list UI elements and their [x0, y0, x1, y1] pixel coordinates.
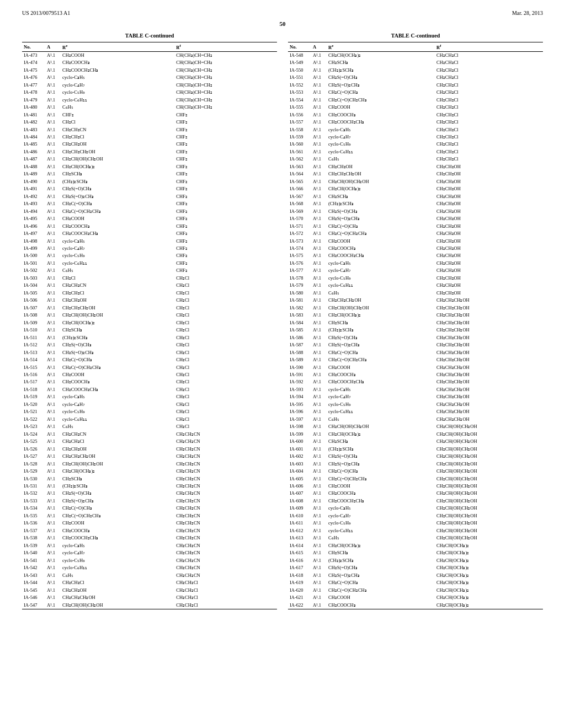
cell-re: CH₂C(=O)CH₂CH₃	[327, 356, 435, 363]
cell-rf: CHF₂	[174, 185, 277, 192]
cell-re: CH₂C(=O)CH₃	[327, 468, 435, 475]
cell-no: IA-487	[22, 156, 45, 163]
cell-a: A¹.1	[45, 275, 61, 282]
table-row: IA-545A¹.1CH₂CH₂OHCH₂CH₂Cl	[22, 587, 277, 594]
cell-a: A¹.1	[45, 572, 61, 579]
cell-re: CH₂COOCH₃	[61, 59, 174, 66]
cell-a: A¹.1	[45, 542, 61, 549]
cell-rf: CH₂CH₂Cl	[435, 67, 543, 74]
cell-rf: CH₂CH₂OH	[435, 215, 543, 222]
cell-a: A¹.1	[311, 453, 327, 460]
cell-no: IA-622	[288, 602, 311, 609]
cell-no: IA-484	[22, 133, 45, 141]
cell-no: IA-587	[288, 341, 311, 349]
cell-no: IA-580	[288, 290, 311, 297]
table-row: IA-587A¹.1CH₂S(=O)₂CH₃CH₂CH₂CH₂OH	[288, 341, 543, 349]
cell-rf: CH₂Cl	[174, 282, 277, 289]
cell-rf: CH₂Cl	[174, 364, 277, 371]
table-row: IA-539A¹.1cyclo-C₃H₅CH₂CH₂CN	[22, 542, 277, 549]
cell-re: CH₂SCH₃	[327, 59, 435, 66]
cell-rf: CH₂CH(OCH₃)₂	[435, 564, 543, 571]
table-row: IA-615A¹.1CH₂SCH₃CH₂CH(OCH₃)₂	[288, 549, 543, 556]
cell-a: A¹.1	[45, 386, 61, 393]
cell-no: IA-565	[288, 178, 311, 185]
table-row: IA-559A¹.1cyclo-C₄H₇CH₂CH₂Cl	[288, 133, 543, 141]
cell-rf: CH₂CH₂CN	[174, 446, 277, 453]
cell-no: IA-538	[22, 534, 45, 542]
cell-rf: CH₂CH(OCH₃)₂	[435, 542, 543, 549]
cell-a: A¹.1	[45, 104, 61, 111]
cell-a: A¹.1	[311, 178, 327, 185]
cell-a: A¹.1	[311, 364, 327, 371]
cell-no: IA-508	[22, 312, 45, 319]
cell-re: CH₂SCH₃	[327, 193, 435, 200]
cell-rf: CHF₂	[174, 141, 277, 148]
cell-a: A¹.1	[311, 512, 327, 520]
cell-no: IA-474	[22, 59, 45, 66]
table-row: IA-548A¹.1CH₂CH(OCH₃)₂CH₂CH₂Cl	[288, 51, 543, 59]
table-row: IA-518A¹.1CH₂COOCH₂CH₃CH₂Cl	[22, 386, 277, 393]
cell-a: A¹.1	[311, 431, 327, 438]
table-row: IA-599A¹.1CH₂CH(OCH₃)₂CH₂CH(OH)CH₂OH	[288, 431, 543, 438]
cell-a: A¹.1	[311, 126, 327, 133]
cell-rf: CH₂CH₂CN	[174, 438, 277, 445]
cell-a: A¹.1	[311, 408, 327, 415]
cell-no: IA-544	[22, 579, 45, 586]
cell-a: A¹.1	[311, 461, 327, 468]
cell-no: IA-512	[22, 341, 45, 349]
table-row: IA-555A¹.1CH₂COOHCH₂CH₂Cl	[288, 104, 543, 111]
cell-no: IA-557	[288, 119, 311, 126]
table-row: IA-603A¹.1CH₂S(=O)₂CH₃CH₂CH(OH)CH₂OH	[288, 461, 543, 468]
cell-a: A¹.1	[45, 468, 61, 475]
cell-a: A¹.1	[311, 290, 327, 297]
table-row: IA-571A¹.1CH₂C(=O)CH₃CH₂CH₂OH	[288, 223, 543, 230]
cell-a: A¹.1	[45, 602, 61, 609]
cell-rf: CH₂CH₂CN	[174, 534, 277, 542]
cell-rf: CH₂CH(OCH₃)₂	[435, 549, 543, 556]
left-table-section: TABLE C-continued No. A Re Rf IA-473A¹.1…	[22, 33, 277, 609]
cell-re: CH₂C(=O)CH₃	[327, 89, 435, 96]
table-row: IA-622A¹.1CH₂COOCH₃CH₂CH(OCH₃)₂	[288, 602, 543, 609]
cell-re: CH₂CH₂OH	[327, 163, 435, 170]
cell-no: IA-574	[288, 245, 311, 252]
table-row: IA-595A¹.1cyclo-C₅H₉CH₂CH₂CH₂OH	[288, 401, 543, 408]
cell-a: A¹.1	[311, 267, 327, 274]
cell-re: C₆H₅	[61, 267, 174, 274]
cell-re: CH₂CH₂CH₂OH	[61, 594, 174, 601]
cell-no: IA-473	[22, 51, 45, 59]
cell-a: A¹.1	[311, 423, 327, 430]
cell-re: CH₂CH₂CH₂OH	[61, 304, 174, 312]
cell-no: IA-540	[22, 549, 45, 556]
cell-a: A¹.1	[311, 587, 327, 594]
table-row: IA-476A¹.1cyclo-C₃H₅CH(CH₃)CH=CH₂	[22, 74, 277, 81]
cell-a: A¹.1	[45, 193, 61, 200]
cell-rf: CH₂CH₂OH	[435, 208, 543, 215]
cell-a: A¹.1	[311, 185, 327, 192]
cell-re: CH₂S(=O)₂CH₃	[61, 497, 174, 505]
cell-no: IA-616	[288, 557, 311, 564]
page-header: US 2013/0079513 A1 Mar. 28, 2013	[0, 0, 565, 20]
cell-re: cyclo-C₄H₇	[61, 245, 174, 252]
table-row: IA-494A¹.1CH₂C(=O)CH₂CH₃CHF₂	[22, 208, 277, 215]
table-row: IA-514A¹.1CH₂C(=O)CH₃CH₂Cl	[22, 356, 277, 363]
cell-rf: CH(CH₃)CH=CH₂	[174, 104, 277, 111]
cell-no: IA-586	[288, 334, 311, 341]
cell-a: A¹.1	[45, 126, 61, 133]
cell-re: cyclo-C₅H₉	[327, 520, 435, 527]
cell-a: A¹.1	[45, 141, 61, 148]
cell-re: cyclo-C₆H₁₁	[61, 260, 174, 267]
cell-no: IA-528	[22, 461, 45, 468]
cell-a: A¹.1	[311, 275, 327, 282]
table-row: IA-616A¹.1(CH₂)₂SCH₃CH₂CH(OCH₃)₂	[288, 557, 543, 564]
cell-a: A¹.1	[45, 319, 61, 326]
table-row: IA-574A¹.1CH₂COOCH₃CH₂CH₂OH	[288, 245, 543, 252]
left-table-title: TABLE C-continued	[22, 33, 277, 39]
table-row: IA-489A¹.1CH₂SCH₃CHF₂	[22, 170, 277, 178]
table-row: IA-593A¹.1cyclo-C₃H₅CH₂CH₂CH₂OH	[288, 386, 543, 393]
cell-rf: CH₂CH₂OH	[435, 238, 543, 245]
table-row: IA-596A¹.1cyclo-C₆H₁₁CH₂CH₂CH₂OH	[288, 408, 543, 415]
cell-rf: CH(CH₃)CH=CH₂	[174, 51, 277, 59]
cell-re: CH₂CH₂OH	[61, 587, 174, 594]
table-row: IA-525A¹.1CH₂CH₂ClCH₂CH₂CN	[22, 438, 277, 445]
cell-no: IA-536	[22, 520, 45, 527]
